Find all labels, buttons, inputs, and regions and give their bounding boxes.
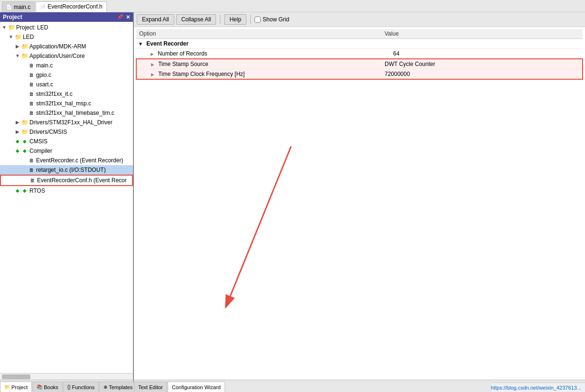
horizontal-scrollbar[interactable] [0, 373, 133, 380]
tree-item-drivers-hal[interactable]: ▶ 📁 Drivers/STM32F1xx_HAL_Driver [0, 118, 133, 127]
tree-label: stm32f1xx_hal_timebase_tim.c [36, 109, 114, 117]
close-icon[interactable]: ✕ [126, 14, 130, 20]
tree-label: stm32f1xx_it.c [36, 90, 73, 98]
tree-item-gpio-c[interactable]: 🗎 gpio.c [0, 70, 133, 80]
tab-label: EventRecorderConf.h [47, 3, 102, 10]
tree-item-drivers-cmsis[interactable]: ▶ 📁 Drivers/CMSIS [0, 127, 133, 137]
tree-item-main-c[interactable]: 🗎 main.c [0, 61, 133, 70]
file-icon: 🗎 [28, 110, 35, 116]
collapse-all-button[interactable]: Collapse All [176, 14, 217, 25]
bottom-row: 📁 Project 📚 Books {} Functions ⊕ Templat… [0, 380, 585, 392]
tree-item-event-recorder-conf[interactable]: 🗎 EventRecorderConf.h (Event Recor [0, 175, 133, 186]
expand-icon: ▼ [14, 52, 21, 60]
books-icon: 📚 [37, 384, 42, 390]
file-icon: 📄 [6, 4, 12, 9]
tab-label: Configuration Wizard [172, 384, 221, 390]
panel-title-bar: Project 📌 ✕ [0, 12, 133, 22]
tab-templates[interactable]: ⊕ Templates [99, 382, 137, 392]
tree-label: Compiler [29, 147, 52, 155]
expand-icon: ◆ [14, 147, 21, 155]
tree-container: ▼ 📁 Project: LED ▼ 📁 LED ▶ 📁 Application… [0, 22, 133, 373]
project-icon: 📁 [4, 384, 10, 390]
section-event-recorder: ▼ Event Recorder [136, 39, 583, 49]
folder-icon: 📁 [21, 43, 28, 50]
file-icon: 🗎 [28, 81, 35, 88]
col-value: Value [382, 29, 583, 39]
file-icon: 📄 [40, 4, 46, 9]
status-url: https://blog.csdn.net/weixin_4237613... [491, 385, 581, 391]
tree-label: CMSIS [29, 137, 47, 146]
file-icon: 🗎 [28, 167, 35, 173]
panel-controls: 📌 ✕ [117, 14, 130, 20]
folder-icon: 📁 [8, 24, 15, 31]
tree-item-event-recorder-c[interactable]: 🗎 EventRecorder.c (Event Recorder) [0, 156, 133, 165]
folder-icon: 📁 [21, 129, 28, 135]
tree-item-app-user-core[interactable]: ▼ 📁 Application/User/Core [0, 51, 133, 61]
templates-icon: ⊕ [104, 384, 107, 390]
tab-label: Text Editor [138, 384, 163, 390]
tab-main-c[interactable]: 📄 main.c [2, 1, 35, 12]
expand-icon: ▶ [14, 42, 21, 51]
config-row-timestamp-source[interactable]: ▶ Time Stamp Source DWT Cycle Counter [136, 59, 583, 69]
tree-label: RTOS [29, 187, 45, 195]
bottom-left-tabs: 📁 Project 📚 Books {} Functions ⊕ Templat… [0, 380, 134, 392]
tree-label: EventRecorder.c (Event Recorder) [36, 156, 123, 165]
file-icon: 🗎 [28, 72, 35, 78]
pin-icon[interactable]: 📌 [117, 14, 123, 20]
help-button[interactable]: Help [224, 14, 246, 25]
expand-arrow-icon[interactable]: ▼ [138, 41, 143, 47]
show-grid-label[interactable]: Show Grid [255, 16, 289, 23]
diamond-icon: ◆ [21, 138, 28, 145]
expand-icon: ▼ [8, 33, 14, 41]
tree-label: Project: LED [16, 23, 48, 32]
tree-item-rtos[interactable]: ◆ ◆ RTOS [0, 186, 133, 196]
tree-item-stm32-tim[interactable]: 🗎 stm32f1xx_hal_timebase_tim.c [0, 108, 133, 118]
diamond-icon: ◆ [21, 187, 28, 194]
bottom-right-tabs: Text Editor Configuration Wizard https:/… [134, 380, 585, 392]
tab-bar: 📄 main.c 📄 EventRecorderConf.h [0, 0, 585, 12]
tree-item-usart-c[interactable]: 🗎 usart.c [0, 80, 133, 89]
row-label: ▶ Time Stamp Clock Frequency [Hz] [136, 69, 382, 80]
file-icon: 🗎 [28, 62, 35, 69]
tree-label: Application/User/Core [29, 52, 85, 60]
tree-label: stm32f1xx_hal_msp.c [36, 99, 91, 108]
folder-icon: 📁 [14, 34, 22, 40]
config-table: Option Value ▼ Event Recorder ▶ [136, 29, 583, 80]
tree-item-stm32-it[interactable]: 🗎 stm32f1xx_it.c [0, 89, 133, 99]
config-row-number-records[interactable]: ▶ Number of Records 64 [136, 49, 583, 59]
tree-label: EventRecorderConf.h (Event Recor [37, 176, 127, 185]
tree-label: retarget_io.c (I/O:STDOUT) [36, 166, 106, 174]
tree-item-compiler[interactable]: ◆ ◆ Compiler [0, 146, 133, 156]
tree-label: Drivers/CMSIS [29, 128, 67, 136]
tree-item-stm32-msp[interactable]: 🗎 stm32f1xx_hal_msp.c [0, 99, 133, 108]
file-icon: 🗎 [28, 100, 35, 107]
tree-item-cmsis[interactable]: ◆ ◆ CMSIS [0, 137, 133, 146]
tree-item-retarget-io[interactable]: 🗎 retarget_io.c (I/O:STDOUT) [0, 165, 133, 175]
config-row-timestamp-freq[interactable]: ▶ Time Stamp Clock Frequency [Hz] 720000… [136, 69, 583, 80]
diamond-icon: ◆ [21, 148, 28, 154]
tab-label: Books [44, 384, 58, 390]
section-label: ▼ Event Recorder [136, 39, 583, 49]
tab-functions[interactable]: {} Functions [63, 382, 99, 392]
folder-icon: 📁 [21, 119, 28, 126]
tree-label: Application/MDK-ARM [29, 42, 86, 51]
expand-icon: ▶ [14, 118, 21, 127]
tab-label: Templates [109, 384, 132, 390]
tree-item-project-led[interactable]: ▼ 📁 Project: LED [0, 23, 133, 32]
folder-icon: 📁 [21, 53, 28, 59]
tab-configuration-wizard[interactable]: Configuration Wizard [168, 382, 225, 392]
expand-all-button[interactable]: Expand All [137, 14, 174, 25]
tab-books[interactable]: 📚 Books [32, 382, 63, 392]
separator [220, 15, 220, 24]
show-grid-checkbox[interactable] [255, 17, 261, 23]
config-table-area: Option Value ▼ Event Recorder ▶ [134, 27, 585, 380]
tab-text-editor[interactable]: Text Editor [134, 382, 167, 392]
functions-icon: {} [67, 384, 71, 390]
expand-icon: ◆ [14, 137, 21, 146]
tab-project[interactable]: 📁 Project [0, 382, 32, 392]
tree-item-led[interactable]: ▼ 📁 LED [0, 32, 133, 42]
tab-event-recorder-conf[interactable]: 📄 EventRecorderConf.h [36, 1, 106, 12]
toolbar: Expand All Collapse All Help Show Grid [134, 12, 585, 27]
tree-item-app-mdk[interactable]: ▶ 📁 Application/MDK-ARM [0, 42, 133, 51]
expand-icon: ▼ [1, 23, 8, 32]
